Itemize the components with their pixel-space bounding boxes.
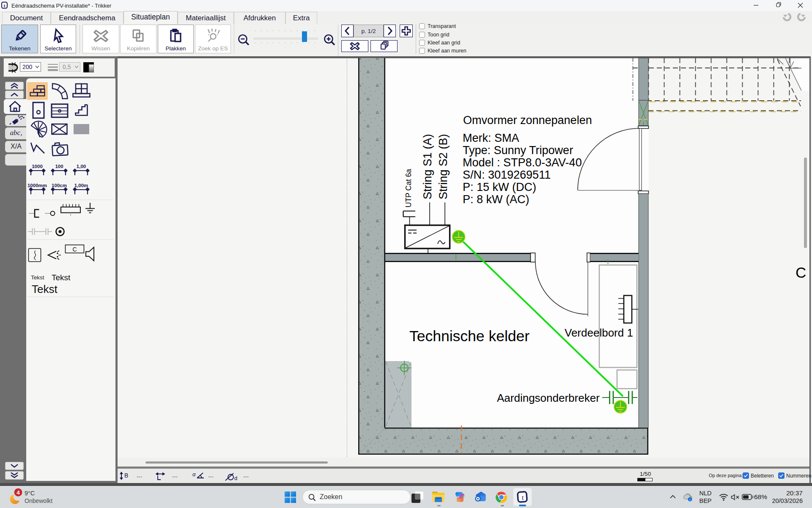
- svg-text:---: ---: [137, 473, 142, 480]
- svg-text:P: 8 kW (AC): P: 8 kW (AC): [463, 193, 529, 206]
- svg-text:P: 15 kW (DC): P: 15 kW (DC): [463, 181, 536, 193]
- svg-text:t: t: [522, 494, 524, 502]
- svg-text:---: ---: [172, 473, 178, 480]
- svg-text:Verdeelbord 1: Verdeelbord 1: [565, 326, 633, 339]
- svg-text:t: t: [4, 3, 5, 8]
- svg-text:Aardingsonderbreker: Aardingsonderbreker: [497, 392, 600, 404]
- svg-text:---: ---: [243, 473, 249, 480]
- svg-text:B: B: [124, 472, 128, 479]
- svg-text:4: 4: [16, 489, 20, 496]
- svg-text:1000mm: 1000mm: [27, 183, 47, 188]
- svg-text:1,00: 1,00: [77, 164, 86, 169]
- svg-text:---: ---: [208, 473, 214, 480]
- svg-text:UTP Cat 6a: UTP Cat 6a: [404, 169, 413, 207]
- svg-text:Omvormer zonnepanelen: Omvormer zonnepanelen: [463, 114, 592, 127]
- svg-text:Model : STP8.0-3AV-40: Model : STP8.0-3AV-40: [463, 156, 582, 169]
- svg-text:Merk: SMA: Merk: SMA: [463, 132, 519, 144]
- svg-text:d: d: [234, 475, 237, 481]
- svg-text:α: α: [192, 471, 196, 478]
- svg-text:Type: Sunny Tripower: Type: Sunny Tripower: [463, 144, 573, 157]
- svg-text:Tekst: Tekst: [32, 283, 58, 295]
- svg-text:String S1 (A): String S1 (A): [421, 134, 434, 199]
- svg-text:100: 100: [55, 164, 63, 169]
- svg-text:String S2 (B): String S2 (B): [437, 134, 450, 199]
- svg-text:C: C: [72, 246, 77, 253]
- svg-text:1000: 1000: [32, 164, 43, 169]
- svg-text:Tekst: Tekst: [52, 273, 71, 282]
- svg-text:C: C: [796, 264, 806, 281]
- svg-text:S/N: 3019269511: S/N: 3019269511: [463, 168, 551, 181]
- svg-text:Technische kelder: Technische kelder: [409, 328, 529, 345]
- svg-text:1,00m: 1,00m: [74, 183, 88, 188]
- svg-text:100cm: 100cm: [52, 183, 67, 188]
- svg-text:Tekst: Tekst: [31, 274, 44, 281]
- svg-text:i: i: [689, 498, 690, 502]
